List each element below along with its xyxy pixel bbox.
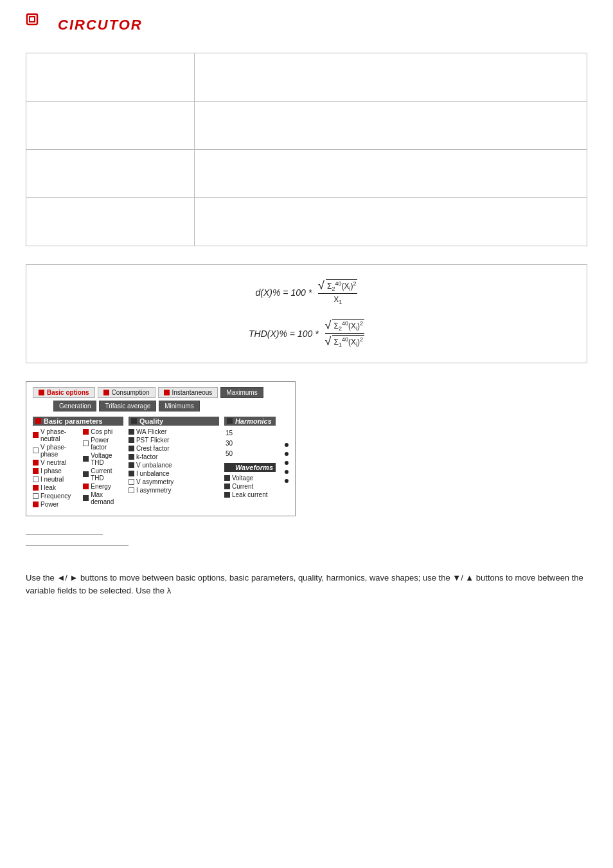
- section-harmonics: Harmonics 15 30 50: [224, 417, 276, 459]
- section-basic-params: Basic parameters V phase-neutral V phase…: [33, 417, 123, 509]
- options-panel: Basic options Consumption Instantaneous …: [26, 381, 296, 516]
- cell-left-1: [26, 53, 195, 102]
- table-row: [26, 53, 587, 102]
- basic-params-col2: Cos phi Power factor Voltage THD Current…: [83, 428, 123, 509]
- svg-rect-2: [30, 17, 34, 21]
- item-i-phase[interactable]: I phase: [33, 467, 80, 475]
- tab-trifasic-label: Trifasic average: [105, 402, 150, 410]
- bullets-column: [281, 417, 289, 509]
- item-i-asymmetry[interactable]: I asymmetry: [129, 487, 219, 494]
- options-tabs-row2: Generation Trifasic average Minimums: [33, 401, 289, 411]
- item-current-thd[interactable]: Current THD: [83, 467, 123, 482]
- cell-right-2: [194, 102, 587, 150]
- tab-consumption-label: Consumption: [112, 389, 150, 396]
- item-frequency[interactable]: Frequency: [33, 493, 80, 500]
- section-quality-title: Quality: [129, 417, 219, 426]
- item-power-factor[interactable]: Power factor: [83, 437, 123, 451]
- tab-instantaneous[interactable]: Instantaneous: [158, 387, 218, 398]
- item-max-demand[interactable]: Max demand: [83, 491, 123, 505]
- logo-area: CIRCUTOR: [26, 13, 587, 37]
- bullet-1: [285, 443, 289, 447]
- tab-maximums[interactable]: Maximums: [220, 387, 263, 398]
- tab-basic-options-icon: [39, 390, 44, 395]
- item-v-neutral[interactable]: V neutral: [33, 459, 80, 466]
- harmonic-30[interactable]: 30: [226, 439, 276, 449]
- formula1-lhs: d(X)% = 100 *: [256, 287, 312, 298]
- item-i-neutral[interactable]: I neutral: [33, 476, 80, 483]
- tab-consumption-icon: [103, 390, 109, 395]
- table-row: [26, 102, 587, 150]
- tab-minimums-label: Minimums: [164, 402, 194, 410]
- harmonic-50[interactable]: 50: [226, 449, 276, 459]
- item-energy[interactable]: Energy: [83, 483, 123, 490]
- item-v-asymmetry[interactable]: V asymmetry: [129, 478, 219, 485]
- formula2-denom: √ Σ140(Xi)2: [325, 334, 364, 348]
- formula1-denom: X1: [333, 294, 342, 305]
- options-tabs: Basic options Consumption Instantaneous …: [33, 387, 289, 398]
- data-table: [26, 53, 587, 246]
- formula1-line: d(X)% = 100 * √ Σ240(Xi)2 X1: [52, 279, 561, 306]
- item-voltage-wave[interactable]: Voltage: [224, 475, 276, 482]
- formula1-numer: √ Σ240(Xi)2: [318, 279, 357, 294]
- cell-left-3: [26, 150, 195, 198]
- tab-basic-options-label: Basic options: [47, 389, 89, 396]
- item-crest-factor[interactable]: Crest factor: [129, 445, 219, 452]
- section-waveforms: Waveforms Voltage Current Leak current: [224, 463, 276, 500]
- item-cos-phi[interactable]: Cos phi: [83, 428, 123, 435]
- tab-minimums[interactable]: Minimums: [159, 401, 200, 411]
- section-quality: Quality WA Flicker PST Flicker Crest fac…: [129, 417, 219, 509]
- formula2-line: THD(X)% = 100 * √ Σ240(Xi)2 √ Σ140(Xi)2: [52, 319, 561, 348]
- table-row: [26, 150, 587, 198]
- bullet-2: [285, 452, 289, 456]
- cell-left-4: [26, 198, 195, 246]
- item-i-unbalance[interactable]: I unbalance: [129, 470, 219, 477]
- section-basic-params-title: Basic parameters: [33, 417, 123, 426]
- cell-left-2: [26, 102, 195, 150]
- tab-generation[interactable]: Generation: [53, 401, 96, 411]
- item-v-phase-phase[interactable]: V phase-phase: [33, 444, 80, 458]
- options-body: Basic parameters V phase-neutral V phase…: [33, 417, 289, 509]
- bullet-5: [285, 479, 289, 483]
- section-waveforms-title: Waveforms: [224, 463, 276, 472]
- item-i-leak[interactable]: I leak: [33, 484, 80, 491]
- tab-instantaneous-label: Instantaneous: [172, 389, 213, 396]
- divider-1: [26, 534, 103, 535]
- bullet-3: [285, 461, 289, 465]
- divider-2: [26, 545, 129, 546]
- tab-trifasic[interactable]: Trifasic average: [99, 401, 156, 411]
- col-harmonics-waveforms: Harmonics 15 30 50 Waveforms Voltage: [224, 417, 276, 509]
- bottom-note: Use the ◄/ ► buttons to move between bas…: [26, 572, 587, 599]
- formula2-fraction: √ Σ240(Xi)2 √ Σ140(Xi)2: [325, 319, 364, 348]
- bottom-note-text: Use the ◄/ ► buttons to move between bas…: [26, 573, 583, 596]
- section-harmonics-title: Harmonics: [224, 417, 276, 426]
- formula-box: d(X)% = 100 * √ Σ240(Xi)2 X1 THD(X)% = 1…: [26, 264, 587, 363]
- basic-params-col1: V phase-neutral V phase-phase V neutral …: [33, 428, 80, 509]
- item-v-unbalance[interactable]: V unbalance: [129, 462, 219, 469]
- harmonics-numbers: 15 30 50: [224, 428, 276, 459]
- harmonic-15[interactable]: 15: [226, 428, 276, 439]
- tab-instantaneous-icon: [164, 390, 170, 395]
- item-v-phase-neutral[interactable]: V phase-neutral: [33, 428, 80, 442]
- tab-consumption[interactable]: Consumption: [98, 387, 155, 398]
- cell-right-3: [194, 150, 587, 198]
- cell-right-1: [194, 53, 587, 102]
- tab-generation-label: Generation: [59, 402, 91, 410]
- item-voltage-thd[interactable]: Voltage THD: [83, 452, 123, 466]
- item-leak-current-wave[interactable]: Leak current: [224, 491, 276, 498]
- tab-basic-options[interactable]: Basic options: [33, 387, 95, 398]
- basic-params-cols: V phase-neutral V phase-phase V neutral …: [33, 428, 123, 509]
- item-current-wave[interactable]: Current: [224, 483, 276, 490]
- formula1-fraction: √ Σ240(Xi)2 X1: [318, 279, 357, 306]
- circutor-logo-icon: [26, 13, 53, 37]
- formula2-lhs: THD(X)% = 100 *: [249, 329, 319, 339]
- item-k-factor[interactable]: k-factor: [129, 453, 219, 460]
- item-pst-flicker[interactable]: PST Flicker: [129, 437, 219, 444]
- table-row: [26, 198, 587, 246]
- formula2-numer: √ Σ240(Xi)2: [325, 319, 364, 334]
- bullet-4: [285, 470, 289, 474]
- tab-maximums-label: Maximums: [226, 389, 257, 396]
- logo-text: CIRCUTOR: [58, 17, 143, 33]
- item-wa-flicker[interactable]: WA Flicker: [129, 428, 219, 435]
- basic-params-check: [35, 418, 41, 424]
- item-power[interactable]: Power: [33, 501, 80, 508]
